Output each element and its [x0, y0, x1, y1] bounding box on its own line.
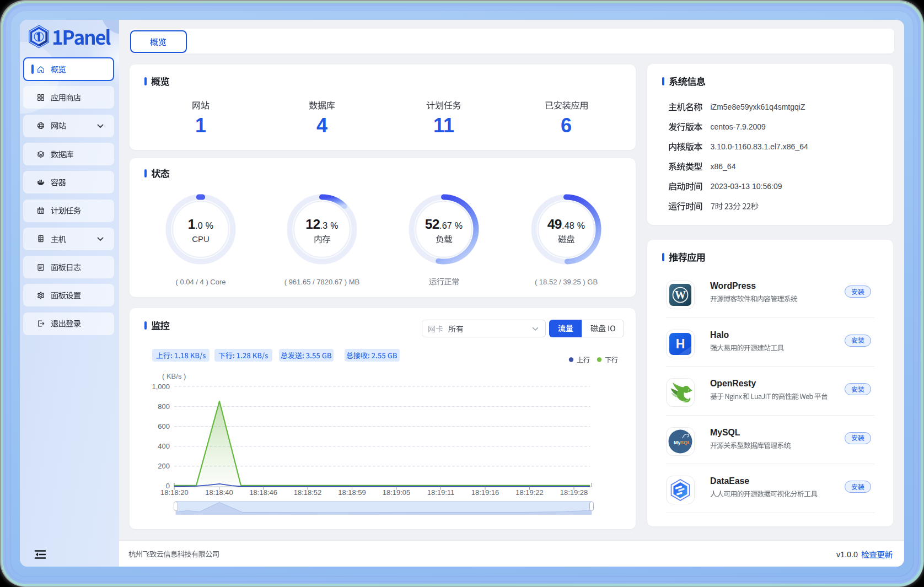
- svg-text:My: My: [674, 440, 681, 445]
- svg-text:H: H: [676, 337, 685, 351]
- svg-text:SQL: SQL: [680, 440, 691, 445]
- svg-text:W: W: [675, 289, 686, 301]
